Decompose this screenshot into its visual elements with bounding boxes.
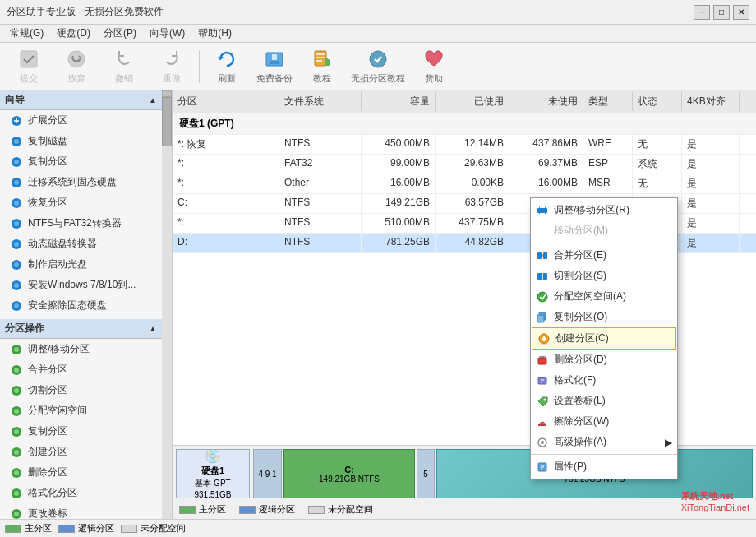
sidebar-ops-item-1[interactable]: 合并分区 xyxy=(0,359,162,380)
ops-collapse-arrow[interactable]: ▲ xyxy=(149,324,157,333)
sidebar-ops-item-0[interactable]: 调整/移动分区 xyxy=(0,339,162,359)
svg-rect-50 xyxy=(537,252,542,259)
cell-partition: *: xyxy=(173,174,279,193)
sidebar-ops-label-5: 创建分区 xyxy=(28,445,67,459)
legend-primary-box xyxy=(179,506,196,514)
cm-split[interactable]: 切割分区(S) xyxy=(531,266,677,286)
sidebar-wizard-item-9[interactable]: 安全擦除固态硬盘 xyxy=(0,295,162,316)
table-row[interactable]: *: Other 16.00MB 0.00KB 16.00MB MSR 无 是 xyxy=(173,174,756,194)
sidebar-wizard-header[interactable]: 向导 ▲ xyxy=(0,90,162,110)
sidebar-wizard-item-0[interactable]: 扩展分区 xyxy=(0,110,162,131)
svg-rect-51 xyxy=(543,252,547,259)
sidebar-ops-label-4: 复制分区 xyxy=(28,424,67,438)
disk-segment-1[interactable]: C: 149.21GB NTFS xyxy=(284,449,415,498)
svg-rect-8 xyxy=(316,60,322,62)
sidebar-ops-header[interactable]: 分区操作 ▲ xyxy=(0,319,162,339)
sidebar-wizard-item-5[interactable]: NTFS与FAT32转换器 xyxy=(0,213,162,234)
sidebar-ops-item-7[interactable]: 格式化分区 xyxy=(0,483,162,503)
cm-copy[interactable]: 复制分区(O) xyxy=(531,307,677,327)
cell-capacity: 450.00MB xyxy=(362,135,436,154)
svg-point-1 xyxy=(68,51,85,67)
svg-point-24 xyxy=(14,242,19,247)
cell-type: MSR xyxy=(583,174,633,193)
sidebar-ops-item-8[interactable]: 更改卷标 xyxy=(0,503,162,519)
disk-segment-0[interactable]: 4 9 1 xyxy=(253,449,282,498)
sidebar-ops-item-3[interactable]: 分配空闲空间 xyxy=(0,400,162,421)
donate-button[interactable]: 赞助 xyxy=(412,46,456,87)
refresh-button[interactable]: 刷新 xyxy=(205,46,249,87)
sidebar-ops-item-4[interactable]: 复制分区 xyxy=(0,421,162,442)
col-type: 类型 xyxy=(583,92,633,111)
cell-partition: *: 恢复 xyxy=(173,135,279,154)
svg-point-22 xyxy=(14,221,19,226)
sidebar-wizard-label-2: 复制分区 xyxy=(28,155,67,169)
disk-info-box[interactable]: 💿 硬盘1 基本 GPT 931.51GB xyxy=(176,449,250,498)
sidebar-ops-item-5[interactable]: 创建分区 xyxy=(0,442,162,462)
menu-wizard[interactable]: 向导(W) xyxy=(143,25,191,42)
tutorial2-icon xyxy=(366,48,390,71)
tutorial-label: 教程 xyxy=(313,72,331,85)
cell-partition: *: xyxy=(173,214,279,233)
disk-segment-2[interactable]: 5 xyxy=(417,449,435,498)
sidebar-ops-icon-5 xyxy=(10,446,23,459)
sidebar-wizard-item-4[interactable]: 恢复分区 xyxy=(0,192,162,213)
cm-move[interactable]: 移动分区(M) xyxy=(531,220,677,241)
sidebar-wizard-item-1[interactable]: 复制磁盘 xyxy=(0,131,162,151)
cell-capacity: 99.00MB xyxy=(362,155,436,174)
cm-sep2 xyxy=(531,454,677,455)
menu-disk[interactable]: 硬盘(D) xyxy=(50,25,97,42)
sidebar-wizard-item-6[interactable]: 动态磁盘转换器 xyxy=(0,234,162,254)
tutorial-button[interactable]: 教程 xyxy=(300,46,344,87)
cm-format[interactable]: 格式化(F) xyxy=(531,370,677,391)
table-row[interactable]: *: FAT32 99.00MB 29.63MB 69.37MB ESP 系统 … xyxy=(173,155,756,174)
legend-primary-label: 主分区 xyxy=(199,503,226,516)
menu-general[interactable]: 常规(G) xyxy=(3,25,50,42)
discard-button[interactable]: 放弃 xyxy=(54,46,99,87)
cm-alloc[interactable]: 分配空闲空间(A) xyxy=(531,286,677,307)
backup-button[interactable]: 免费备份 xyxy=(252,46,297,87)
cell-align: 是 xyxy=(682,174,740,193)
wizard-collapse-arrow[interactable]: ▲ xyxy=(149,95,157,104)
cell-align: 是 xyxy=(682,214,740,233)
sidebar-ops-icon-4 xyxy=(10,425,23,438)
svg-point-48 xyxy=(14,512,19,516)
cm-advanced[interactable]: 高级操作(A) ▶ xyxy=(531,432,677,452)
sidebar-wizard-item-3[interactable]: 迁移系统到固态硬盘 xyxy=(0,172,162,192)
discard-label: 放弃 xyxy=(67,72,85,85)
sidebar-ops-label-7: 格式化分区 xyxy=(28,486,77,500)
undo-button[interactable]: 撤销 xyxy=(102,46,146,87)
menu-help[interactable]: 帮助(H) xyxy=(191,25,238,42)
sidebar-wizard-label-3: 迁移系统到固态硬盘 xyxy=(28,175,117,189)
cm-merge[interactable]: 合并分区(E) xyxy=(531,245,677,266)
sidebar-ops-item-6[interactable]: 删除分区 xyxy=(0,462,162,483)
tutorial2-button[interactable]: 无损分区教程 xyxy=(348,46,408,87)
submit-button[interactable]: 提交 xyxy=(7,46,51,87)
cm-resize[interactable]: 调整/移动分区(R) xyxy=(531,200,677,220)
sidebar-wizard-item-8[interactable]: 安装Windows 7/8/10到... xyxy=(0,275,162,295)
cm-create[interactable]: 创建分区(C) xyxy=(532,327,676,350)
legend-logical-box xyxy=(239,506,256,514)
sidebar-ops-item-2[interactable]: 切割分区 xyxy=(0,380,162,400)
cm-wipe[interactable]: 擦除分区(W) xyxy=(531,411,677,432)
cm-delete[interactable]: 删除分区(D) xyxy=(531,350,677,370)
close-button[interactable]: ✕ xyxy=(733,5,749,20)
menu-partition[interactable]: 分区(P) xyxy=(97,25,143,42)
sidebar-ops-icon-0 xyxy=(10,343,23,356)
cm-label[interactable]: 设置卷标(L) xyxy=(531,391,677,411)
svg-rect-4 xyxy=(272,54,277,60)
cell-type: WRE xyxy=(583,135,633,154)
svg-point-42 xyxy=(14,450,19,455)
cm-props[interactable]: 属性(P) xyxy=(531,456,677,477)
sidebar-wizard-item-2[interactable]: 复制分区 xyxy=(0,151,162,172)
maximize-button[interactable]: □ xyxy=(713,5,730,20)
status-logical-label: 逻辑分区 xyxy=(78,522,114,535)
sidebar-ops-icon-8 xyxy=(10,507,23,520)
sidebar-wizard-icon-9 xyxy=(10,299,23,312)
minimize-button[interactable]: ─ xyxy=(694,5,710,20)
redo-button[interactable]: 重做 xyxy=(150,46,194,87)
sidebar-wizard-item-7[interactable]: 制作启动光盘 xyxy=(0,254,162,275)
disk-segment-sublabel-1: 149.21GB NTFS xyxy=(319,475,380,484)
cell-align: 是 xyxy=(682,234,740,252)
table-row[interactable]: *: 恢复 NTFS 450.00MB 12.14MB 437.86MB WRE… xyxy=(173,135,756,155)
cm-sep1 xyxy=(531,243,677,243)
